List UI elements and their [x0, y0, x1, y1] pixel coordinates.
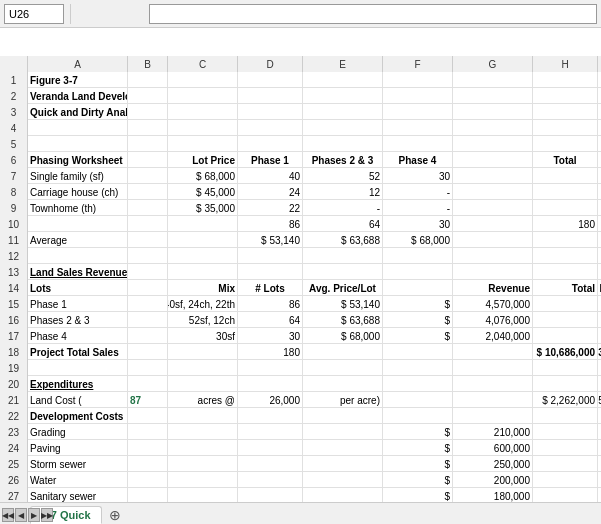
cell[interactable] [128, 136, 168, 152]
formula-input[interactable] [149, 4, 597, 24]
cell[interactable] [238, 408, 303, 424]
table-row[interactable]: 2Veranda Land Development [0, 88, 601, 104]
cell[interactable] [168, 440, 238, 456]
cell[interactable] [453, 408, 533, 424]
cell[interactable] [238, 264, 303, 280]
table-row[interactable]: 23Grading$210,000 [0, 424, 601, 440]
cell[interactable]: $ 35,000 [168, 200, 238, 216]
cell[interactable]: Lot Price [168, 152, 238, 168]
cell[interactable] [303, 456, 383, 472]
cell[interactable] [533, 104, 598, 120]
cell[interactable] [383, 72, 453, 88]
cell[interactable] [168, 456, 238, 472]
cell[interactable]: Storm sewer [28, 456, 128, 472]
cell[interactable]: 250,000 [453, 456, 533, 472]
cell[interactable]: Grading [28, 424, 128, 440]
cell[interactable]: 52sf, 12ch [168, 312, 238, 328]
cell[interactable] [383, 360, 453, 376]
cell[interactable]: 600,000 [453, 440, 533, 456]
cell[interactable] [128, 72, 168, 88]
cell[interactable]: Lots [28, 280, 128, 296]
cell[interactable] [28, 248, 128, 264]
cell[interactable] [303, 408, 383, 424]
cell[interactable] [168, 344, 238, 360]
cell[interactable] [533, 88, 598, 104]
cell[interactable] [533, 360, 598, 376]
cell[interactable] [128, 296, 168, 312]
table-row[interactable]: 27Sanitary sewer$180,000 [0, 488, 601, 502]
cell[interactable]: $ 63,688 [303, 232, 383, 248]
cell[interactable]: $ 53,140 [303, 296, 383, 312]
table-row[interactable]: 3Quick and Dirty Analysis [0, 104, 601, 120]
col-header-H[interactable]: H [533, 56, 598, 72]
cell[interactable] [453, 184, 533, 200]
cancel-icon[interactable] [77, 4, 99, 24]
cell[interactable] [168, 264, 238, 280]
cell[interactable] [128, 184, 168, 200]
cell[interactable]: Single family (sf) [28, 168, 128, 184]
cell[interactable]: Phases 2 & 3 [28, 312, 128, 328]
cell[interactable] [533, 328, 598, 344]
cell[interactable] [168, 376, 238, 392]
cell[interactable]: $ 68,000 [303, 328, 383, 344]
cell[interactable]: $ 45,000 [168, 184, 238, 200]
cell[interactable]: 4,076,000 [453, 312, 533, 328]
table-row[interactable]: 12 [0, 248, 601, 264]
cell[interactable] [128, 344, 168, 360]
cell[interactable]: Carriage house (ch) [28, 184, 128, 200]
cell[interactable] [168, 408, 238, 424]
cell[interactable] [238, 424, 303, 440]
cell[interactable]: $ [383, 488, 453, 502]
cell[interactable]: 180 [238, 344, 303, 360]
col-header-B[interactable]: B [128, 56, 168, 72]
table-row[interactable]: 8Carriage house (ch)$ 45,0002412- [0, 184, 601, 200]
cell[interactable]: 64 [303, 216, 383, 232]
cell[interactable]: Phase 4 [28, 328, 128, 344]
cell[interactable] [128, 248, 168, 264]
cell[interactable]: 64 [238, 312, 303, 328]
cell[interactable] [168, 104, 238, 120]
cell[interactable]: - [383, 200, 453, 216]
cell[interactable] [128, 216, 168, 232]
cell[interactable] [128, 232, 168, 248]
cell[interactable]: Average [28, 232, 128, 248]
cell[interactable] [238, 472, 303, 488]
cell[interactable] [168, 216, 238, 232]
cell[interactable]: $ [383, 296, 453, 312]
cell[interactable]: # Lots [238, 280, 303, 296]
cell[interactable] [533, 440, 598, 456]
cell[interactable] [383, 344, 453, 360]
cell[interactable]: 22 [238, 200, 303, 216]
cell[interactable]: Paving [28, 440, 128, 456]
cell[interactable] [533, 456, 598, 472]
cell[interactable]: 87 [128, 392, 168, 408]
cell[interactable] [128, 456, 168, 472]
cell[interactable] [168, 136, 238, 152]
cell[interactable] [453, 200, 533, 216]
cell[interactable] [383, 136, 453, 152]
table-row[interactable]: 5 [0, 136, 601, 152]
cell[interactable] [128, 88, 168, 104]
cell[interactable] [453, 136, 533, 152]
table-row[interactable]: 17Phase 430sf30$ 68,000$2,040,000 [0, 328, 601, 344]
cell[interactable]: Quick and Dirty Analysis [28, 104, 128, 120]
col-header-A[interactable]: A [28, 56, 128, 72]
cell[interactable]: Water [28, 472, 128, 488]
cell[interactable] [453, 168, 533, 184]
cell[interactable] [238, 440, 303, 456]
cell[interactable]: 52 [303, 168, 383, 184]
cell[interactable] [128, 264, 168, 280]
cell[interactable] [533, 184, 598, 200]
cell[interactable]: $ [383, 424, 453, 440]
table-row[interactable]: 14LotsMix# LotsAvg. Price/LotRevenueTota… [0, 280, 601, 296]
cell[interactable]: Land Sales Revenue [28, 264, 128, 280]
cell[interactable]: Total [533, 280, 598, 296]
cell[interactable] [533, 376, 598, 392]
cell[interactable] [128, 280, 168, 296]
table-row[interactable]: 18Project Total Sales180$ 10,686,000$ 59… [0, 344, 601, 360]
cell[interactable]: Phases 2 & 3 [303, 152, 383, 168]
cell[interactable] [303, 472, 383, 488]
cell[interactable] [533, 248, 598, 264]
cell[interactable]: 30 [383, 168, 453, 184]
cell[interactable]: $ 63,688 [303, 312, 383, 328]
